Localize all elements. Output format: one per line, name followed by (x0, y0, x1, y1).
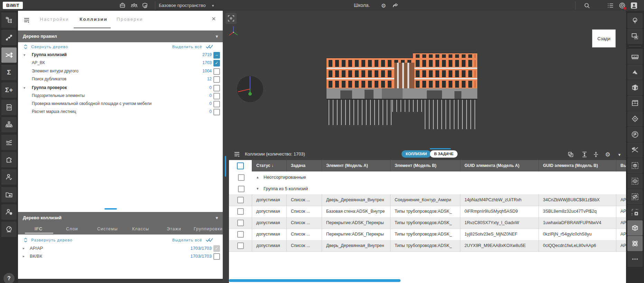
tree-row-element-inside[interactable]: Элемент внтури другого 1004 (18, 67, 223, 75)
floorplan-icon[interactable] (627, 96, 643, 111)
select-all-link[interactable]: Выделить всё (172, 238, 213, 245)
projects-icon[interactable] (119, 2, 126, 9)
team-icon[interactable] (130, 2, 138, 9)
tree-row-collision-group[interactable]: ▾ Группа коллизий 2719 – (18, 51, 223, 59)
dashboard-gauge-icon[interactable] (1, 222, 17, 237)
building-model[interactable] (326, 52, 479, 132)
tree-row-check-group[interactable]: ▾ Группа проверок 0 (18, 84, 223, 92)
chip-in-task[interactable]: В ЗАДАЧЕ (430, 150, 458, 158)
col-task[interactable]: Задача (287, 160, 322, 171)
structure-chart-icon[interactable] (1, 117, 17, 132)
section-box-icon[interactable] (627, 80, 643, 95)
row-checkbox[interactable] (237, 231, 244, 238)
fit-view-icon[interactable] (226, 13, 237, 24)
orbit-mode-icon[interactable] (627, 236, 643, 251)
col-element-b[interactable]: Элемент (Модель B) (390, 160, 460, 171)
rules-tree-header[interactable]: Дерево правил ▾ (18, 30, 223, 42)
sum-icon[interactable]: Σ (1, 65, 17, 80)
panel-menu-icon[interactable] (24, 17, 30, 23)
show-eye-icon[interactable] (627, 174, 643, 189)
col-element-a[interactable]: Элемент (Модель A) (322, 160, 390, 171)
row-checkbox[interactable] (238, 174, 245, 181)
collision-tree-header[interactable]: Дерево коллизий ▾ (18, 212, 223, 224)
collapse-section-icon[interactable]: ▾ (216, 30, 218, 42)
expand-rows-icon[interactable] (581, 151, 588, 158)
environment-tree-icon[interactable] (627, 13, 643, 28)
tab-checks[interactable]: Проверки (117, 17, 143, 22)
tab-systems[interactable]: Системы (97, 227, 118, 231)
row-checkbox[interactable] (213, 76, 220, 83)
row-checkbox[interactable] (213, 68, 220, 75)
row-checkbox[interactable] (213, 93, 220, 99)
sum-add-icon[interactable]: Σ+ (1, 82, 17, 98)
collapse-tree-link[interactable]: Свернуть дерево (24, 44, 68, 51)
collapse-rows-icon[interactable] (592, 151, 600, 158)
close-icon[interactable]: × (212, 15, 216, 23)
user-location-icon[interactable] (1, 204, 17, 220)
row-checkbox[interactable] (237, 197, 244, 203)
table-menu-icon[interactable] (234, 151, 241, 157)
collapse-section-icon[interactable]: ▾ (216, 212, 218, 224)
row-checkbox[interactable]: – (213, 52, 220, 59)
tab-collisions[interactable]: Коллизии (80, 17, 108, 22)
tab-floors[interactable]: Этажи (167, 227, 181, 231)
app-logo[interactable]: BiMiT (3, 2, 23, 9)
tree-row-ar-vk[interactable]: АР_ВК 1703 ✓ (18, 59, 223, 67)
table-row[interactable]: допустимая Список ... Перекрытие:ADSK_Пе… (229, 229, 626, 240)
tab-classes[interactable]: Классы (132, 227, 149, 231)
row-checkbox[interactable] (213, 253, 220, 260)
table-row[interactable]: допустимая Список ... Дверь_Деревянная_В… (229, 240, 626, 252)
expand-tree-link[interactable]: Развернуть дерево (24, 238, 73, 245)
viewcube-back-face[interactable]: Сзади (592, 29, 616, 47)
tree-row-vk-vk[interactable]: ▸ ВК/ВК 1703/1703 (18, 252, 223, 260)
account-icon[interactable] (630, 2, 638, 9)
row-checkbox[interactable] (237, 208, 244, 215)
selection-mode-icon[interactable] (627, 29, 643, 44)
task-list-icon[interactable] (607, 2, 614, 9)
tree-row-duplicates[interactable]: Поиск дубликатов 12 (18, 75, 223, 83)
tab-settings[interactable]: Настройки (40, 17, 69, 22)
focus-target-icon[interactable] (627, 111, 643, 126)
row-checkbox[interactable]: ✓ (213, 60, 220, 67)
measure-ruler-icon[interactable] (627, 49, 643, 64)
col-guid-b[interactable]: GUID элемента (Модель B) (539, 160, 616, 171)
table-settings-gear-icon[interactable]: ⚙ (604, 151, 611, 158)
tab-ifc[interactable]: IFC (35, 227, 43, 231)
charts-icon[interactable] (1, 135, 17, 150)
notifications-bell-icon[interactable] (618, 2, 626, 9)
hide-eye-off-icon[interactable] (627, 189, 643, 204)
tree-row-stairs[interactable]: Расчет марша лестниц 0 (18, 108, 223, 116)
expand-arrow-icon[interactable]: ▾ (24, 84, 25, 92)
table-row[interactable]: допустимая Список ... Базовая стена:ADSK… (229, 206, 626, 218)
header-checkbox[interactable] (237, 162, 244, 169)
col-guid-a[interactable]: GUID элемента (Модель A) (460, 160, 539, 171)
help-button[interactable]: ? (3, 273, 15, 283)
axes-lines-icon[interactable] (627, 142, 643, 158)
table-row[interactable]: допустимая Список ... Перекрытие:ADSK_Пе… (229, 217, 626, 229)
model-tree-icon[interactable] (1, 12, 17, 28)
group-arrow-icon[interactable]: ▾ (257, 183, 259, 194)
chip-collisions[interactable]: КОЛЛИЗИИ (402, 150, 431, 158)
plugins-puzzle-icon[interactable] (1, 152, 17, 167)
tree-row-suspicious[interactable]: Подозрительные элементы 0 (18, 92, 223, 100)
search-icon[interactable] (583, 2, 591, 9)
deselect-icon[interactable] (627, 205, 643, 220)
collapsed-arrow-icon[interactable]: ▸ (23, 252, 25, 260)
table-row[interactable]: допустимая Список ... Дверь_Деревянная_В… (229, 194, 626, 206)
expand-arrow-icon[interactable]: ▾ (24, 51, 25, 59)
tree-row-ar-ar[interactable]: ▸ АР/АР 1703/1703 ✓ (18, 244, 223, 252)
more-tools-icon[interactable] (627, 251, 643, 267)
row-checkbox[interactable] (213, 109, 220, 115)
docs-2d-icon[interactable]: 2D (1, 100, 17, 115)
import-folder-icon[interactable] (1, 187, 17, 202)
select-all-cell[interactable] (229, 160, 252, 171)
copy-icon[interactable] (567, 151, 574, 158)
project-settings-gear-icon[interactable]: ⚙ (380, 2, 387, 9)
share-icon[interactable] (392, 2, 399, 9)
tree-row-free-area[interactable]: Проверка минимальной свободной площади с… (18, 100, 223, 108)
horizontal-scrollbar[interactable] (229, 279, 401, 282)
tab-groupings[interactable]: Группировки (194, 227, 223, 231)
group-row-five-collisions[interactable]: ▾ Группа из 5 коллизий (229, 183, 626, 195)
tab-layers[interactable]: Слои (66, 227, 78, 231)
admin-shield-icon[interactable] (141, 2, 149, 9)
